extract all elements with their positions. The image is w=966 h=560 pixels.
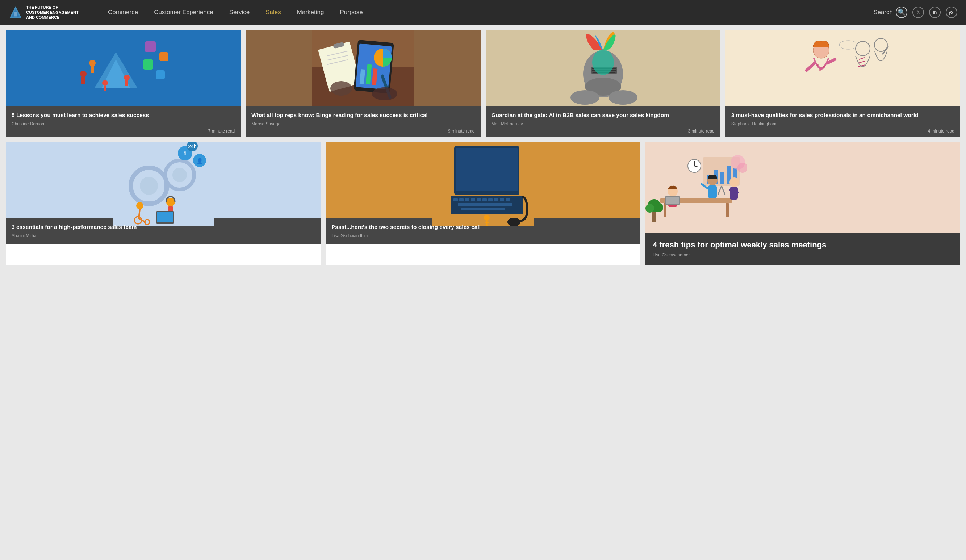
svg-rect-8 [104,86,107,91]
svg-rect-86 [459,199,463,201]
card-image-6 [325,142,641,218]
search-label: Search [873,9,893,16]
svg-rect-10 [125,80,128,86]
svg-rect-18 [90,66,94,73]
svg-rect-67 [164,181,169,190]
svg-point-44 [608,90,637,105]
nav-links: Commerce Customer Experience Service Sal… [100,0,873,25]
nav-right: Search 🔍 𝕏 in [873,7,957,18]
card-author-1: Christine Dorrion [12,122,235,126]
svg-point-50 [823,66,825,68]
svg-point-17 [89,60,95,66]
svg-rect-11 [145,41,156,52]
card-author-2: Marcia Savage [251,122,475,126]
nav-item-commerce[interactable]: Commerce [100,0,146,25]
nav-item-service[interactable]: Service [221,0,258,25]
svg-rect-74 [157,212,173,222]
svg-point-71 [166,198,175,207]
card-author-3: Matt McEnerney [491,122,715,126]
search-area[interactable]: Search 🔍 [873,7,907,18]
card-author-4: Stephanie Haukingham [731,122,955,126]
svg-rect-108 [720,172,724,184]
bottom-article-grid: ℹ 👤 24h 3 essentials for a high-performa… [6,142,960,265]
svg-rect-88 [471,199,475,201]
svg-point-131 [646,204,654,213]
article-card-4[interactable]: 3 must-have qualities for sales professi… [726,30,960,137]
svg-point-34 [372,87,398,100]
card-image-7 [646,142,960,233]
site-title-1: THE FUTURE OF [26,5,79,10]
svg-rect-91 [488,199,493,201]
svg-point-63 [172,168,187,182]
article-card-5[interactable]: ℹ 👤 24h 3 essentials for a high-performa… [6,142,320,265]
card-overlay-3: Guardian at the gate: AI in B2B sales ca… [486,107,720,137]
svg-rect-13 [143,59,153,69]
article-card-3[interactable]: Guardian at the gate: AI in B2B sales ca… [486,30,720,137]
svg-point-33 [330,81,352,95]
nav-item-cx[interactable]: Customer Experience [146,0,221,25]
svg-rect-87 [465,199,470,201]
svg-rect-65 [144,201,154,206]
svg-text:👤: 👤 [196,158,203,164]
navbar: THE FUTURE OF CUSTOMER ENGAGEMENT AND CO… [0,0,966,25]
svg-rect-115 [726,203,729,217]
card-readtime-4: 4 minute read [731,128,955,134]
card-readtime-3: 3 minute read [491,128,715,134]
nav-item-sales[interactable]: Sales [258,0,289,25]
svg-point-3 [949,13,950,15]
svg-rect-2 [14,11,17,16]
article-card-7[interactable]: 4 fresh tips for optimal weekly sales me… [646,142,960,265]
card-title-1: 5 Lessons you must learn to achieve sale… [12,112,235,119]
card-overlay-4: 3 must-have qualities for sales professi… [726,107,960,137]
svg-rect-93 [500,199,504,201]
search-icon[interactable]: 🔍 [896,7,907,18]
svg-rect-121 [708,186,717,198]
svg-point-51 [818,69,821,71]
twitter-icon[interactable]: 𝕏 [912,7,924,18]
svg-point-43 [570,90,600,105]
card-author-5: Shalini Mitha [12,233,315,238]
card-title-4: 3 must-have qualities for sales professi… [731,112,955,119]
svg-rect-95 [458,203,512,206]
svg-rect-94 [506,199,510,201]
card-overlay-7: 4 fresh tips for optimal weekly sales me… [646,233,960,265]
svg-rect-114 [664,203,667,217]
card-author-6: Lisa Gschwandtner [332,233,634,238]
svg-rect-85 [453,199,458,201]
svg-rect-89 [476,199,481,201]
content-area: 5 Lessons you must learn to achieve sale… [0,25,966,271]
svg-rect-124 [730,187,738,200]
svg-rect-119 [666,197,679,204]
svg-rect-16 [82,77,85,84]
top-article-grid: 5 Lessons you must learn to achieve sale… [6,30,960,137]
nav-item-purpose[interactable]: Purpose [332,0,371,25]
svg-rect-83 [456,148,518,191]
card-image-5: ℹ 👤 24h [6,142,320,218]
svg-point-99 [484,215,490,221]
site-title-3: AND COMMERCE [26,15,79,20]
svg-rect-90 [483,199,487,201]
article-card-1[interactable]: 5 Lessons you must learn to achieve sale… [6,30,240,137]
svg-rect-64 [144,166,154,170]
svg-rect-66 [129,181,133,190]
card-image-1 [6,30,240,107]
card-overlay-2: What all top reps know: Binge reading fo… [246,107,480,137]
svg-point-61 [140,177,158,195]
svg-point-68 [136,202,143,209]
card-author-7: Lisa Gschwandtner [653,253,953,258]
svg-rect-12 [159,52,168,61]
article-card-2[interactable]: What all top reps know: Binge reading fo… [246,30,480,137]
rss-icon[interactable] [946,7,957,18]
linkedin-icon[interactable]: in [929,7,941,18]
card-readtime-1: 7 minute read [12,128,235,134]
svg-rect-14 [156,70,165,79]
svg-text:ℹ: ℹ [184,150,186,156]
article-card-6[interactable]: Pssst...here's the two secrets to closin… [325,142,641,265]
svg-point-15 [80,71,87,77]
card-image-4 [726,30,960,107]
svg-point-49 [817,64,819,66]
svg-rect-96 [462,207,505,210]
nav-item-marketing[interactable]: Marketing [289,0,332,25]
site-logo[interactable]: THE FUTURE OF CUSTOMER ENGAGEMENT AND CO… [9,5,89,20]
svg-point-9 [124,75,130,80]
